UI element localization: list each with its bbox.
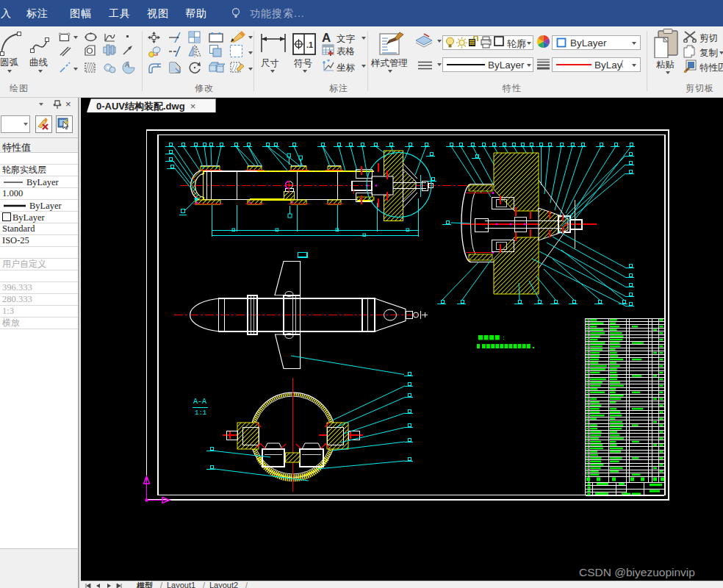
svg-text:A: A xyxy=(125,61,129,68)
svg-text:.1: .1 xyxy=(306,40,313,49)
svg-text:ByLayer: ByLayer xyxy=(26,177,60,187)
svg-text::: : xyxy=(502,334,506,341)
svg-text:A-A: A-A xyxy=(193,398,206,406)
svg-text:ByLayer: ByLayer xyxy=(12,212,46,223)
svg-text:1:1: 1:1 xyxy=(195,409,206,417)
svg-text:ByLayer: ByLayer xyxy=(29,201,62,211)
